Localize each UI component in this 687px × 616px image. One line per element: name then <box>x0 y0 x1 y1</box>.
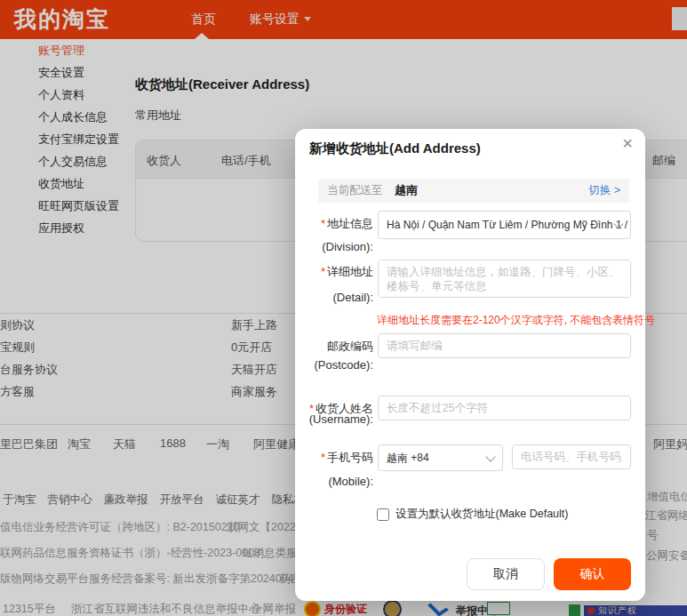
make-default-label: 设置为默认收货地址(Make Default) <box>395 507 568 522</box>
division-select[interactable]: Hà Nội / Quận Nam Từ Liêm / Phường Mỹ Đì… <box>378 211 631 239</box>
mobile-sublabel: (Mobile): <box>295 475 373 488</box>
receiver-name-input[interactable] <box>378 396 631 420</box>
country-code-select[interactable]: 越南 +84 <box>378 444 503 471</box>
shipping-value: 越南 <box>395 183 418 198</box>
mobile-field-wrap: 越南 +84 <box>378 444 631 471</box>
username-field-wrap <box>378 396 631 420</box>
detail-address-textarea[interactable] <box>378 260 631 298</box>
taobao-address-page: 我的淘宝 首页 账号设置 账号管理 安全设置 个人资料 个人成长信息 支付宝绑定… <box>0 0 687 616</box>
division-sublabel: (Division): <box>295 240 373 253</box>
division-select-wrap: Hà Nội / Quận Nam Từ Liêm / Phường Mỹ Đì… <box>378 211 631 239</box>
postcode-label: 邮政编码 <box>295 339 373 355</box>
confirm-button[interactable]: 确认 <box>554 558 631 590</box>
postcode-field-wrap <box>378 333 631 358</box>
default-address-checkbox[interactable] <box>377 508 389 521</box>
phone-number-input[interactable] <box>512 444 631 469</box>
username-sublabel: (Username): <box>295 412 373 426</box>
detail-label: *详细地址 <box>295 264 373 280</box>
shipping-destination-bar: 当前配送至 越南 切换 > <box>318 179 629 203</box>
detail-field-wrap <box>378 260 631 301</box>
modal-title: 新增收货地址(Add Address) <box>309 140 481 157</box>
detail-length-warning: 详细地址长度需要在2-120个汉字或字符, 不能包含表情符号 <box>377 313 655 328</box>
mobile-label: *手机号码 <box>295 450 373 466</box>
shipping-label: 当前配送至 <box>327 183 383 198</box>
make-default-row: 设置为默认收货地址(Make Default) <box>377 507 568 522</box>
division-label: *地址信息 <box>295 216 373 232</box>
switch-destination-link[interactable]: 切换 > <box>588 183 620 198</box>
detail-sublabel: (Detail): <box>295 291 373 304</box>
chevron-down-icon <box>485 452 495 461</box>
postcode-sublabel: (Postcode): <box>295 358 373 372</box>
postcode-input[interactable] <box>378 333 631 358</box>
add-address-modal: 新增收货地址(Add Address) × 当前配送至 越南 切换 > *地址信… <box>295 129 645 601</box>
close-icon[interactable]: × <box>622 134 633 152</box>
cancel-button[interactable]: 取消 <box>467 558 545 590</box>
